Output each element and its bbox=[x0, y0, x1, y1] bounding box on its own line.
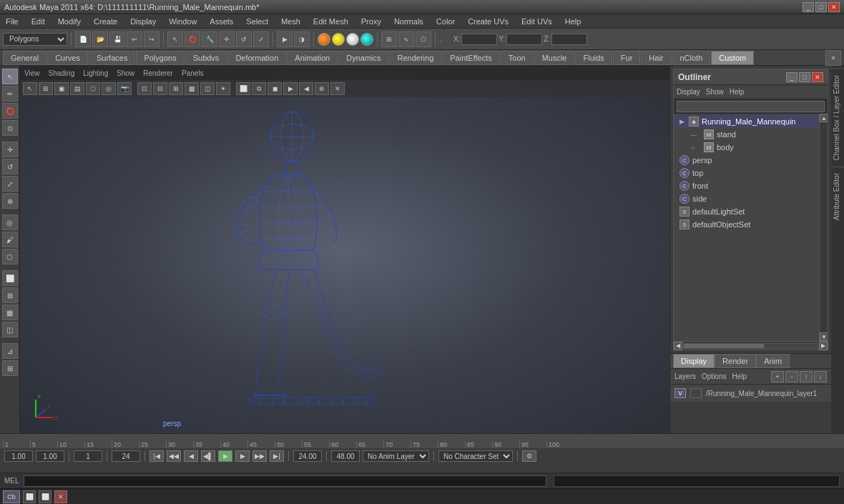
prev-frame-btn[interactable]: ◀ bbox=[184, 450, 198, 462]
tab-render[interactable]: Render bbox=[715, 354, 756, 368]
mel-input[interactable] bbox=[24, 475, 546, 487]
maximize-button[interactable]: □ bbox=[815, 2, 827, 12]
menu-edit[interactable]: Edit bbox=[29, 16, 48, 27]
ipr-btn[interactable]: ◑ bbox=[294, 31, 310, 47]
menu-edit-uvs[interactable]: Edit UVs bbox=[519, 16, 555, 27]
rotate-tool-btn[interactable]: ↺ bbox=[2, 159, 18, 174]
play-back-btn[interactable]: ◀▌ bbox=[201, 450, 215, 462]
viewport[interactable]: View Shading Lighting Show Renderer Pane… bbox=[20, 66, 670, 433]
outliner-scrollbar[interactable]: ▲ ▼ bbox=[819, 114, 828, 341]
outliner-item-top[interactable]: C top bbox=[674, 167, 819, 179]
vp-tb-1[interactable]: ↖ bbox=[23, 82, 37, 95]
menu-window[interactable]: Window bbox=[166, 16, 200, 27]
tab-settings-btn[interactable]: ≡ bbox=[825, 50, 841, 66]
tab-general[interactable]: General bbox=[3, 51, 46, 65]
vp-lighting[interactable]: Lighting bbox=[83, 69, 108, 77]
next-key-btn[interactable]: ▶▶ bbox=[252, 450, 267, 462]
lasso-tool-btn[interactable]: ⭕ bbox=[2, 103, 18, 119]
tab-custom[interactable]: Custom bbox=[711, 51, 754, 65]
vp-tb-10[interactable]: ⊞ bbox=[169, 82, 183, 95]
menu-edit-mesh[interactable]: Edit Mesh bbox=[310, 16, 351, 27]
current-frame-field[interactable] bbox=[36, 450, 64, 462]
outliner-item-lightset[interactable]: S defaultLightSet bbox=[674, 205, 819, 218]
vp-renderer[interactable]: Renderer bbox=[143, 69, 173, 77]
soft-select-btn[interactable]: ◎ bbox=[2, 214, 18, 230]
open-btn[interactable]: 📂 bbox=[92, 31, 108, 47]
tab-fluids[interactable]: Fluids bbox=[575, 51, 612, 65]
display-btn-3[interactable]: ▦ bbox=[2, 305, 18, 320]
vp-panels[interactable]: Panels bbox=[182, 69, 204, 77]
mode-dropdown[interactable]: Polygons bbox=[3, 33, 67, 46]
menu-create[interactable]: Create bbox=[91, 16, 120, 27]
tab-painteffects[interactable]: PaintEffects bbox=[442, 51, 500, 65]
manip-tool-btn[interactable]: ⊕ bbox=[2, 193, 18, 209]
menu-display[interactable]: Display bbox=[127, 16, 159, 27]
display-btn-4[interactable]: ◫ bbox=[2, 322, 18, 337]
channel-box-tab[interactable]: Channel Box / Layer Editor bbox=[831, 69, 844, 167]
vp-tb-15[interactable]: ⧉ bbox=[252, 82, 266, 95]
brush-tool-btn[interactable]: ⊙ bbox=[2, 120, 18, 136]
tab-curves[interactable]: Curves bbox=[47, 51, 88, 65]
menu-help[interactable]: Help bbox=[562, 16, 584, 27]
outliner-item-side[interactable]: C side bbox=[674, 192, 819, 205]
tab-polygons[interactable]: Polygons bbox=[136, 51, 184, 65]
next-frame-btn[interactable]: ▶ bbox=[235, 450, 250, 462]
vp-tb-6[interactable]: ◎ bbox=[102, 82, 116, 95]
menu-create-uvs[interactable]: Create UVs bbox=[465, 16, 511, 27]
layer-del-btn[interactable]: - bbox=[785, 371, 798, 382]
start-frame-field[interactable] bbox=[4, 450, 33, 462]
light-btn-white[interactable] bbox=[346, 33, 359, 46]
outliner-item-mannequin[interactable]: ▶ ◈ Running_Male_Mannequin bbox=[674, 115, 819, 128]
options-menu[interactable]: Options bbox=[702, 372, 726, 380]
vp-view[interactable]: View bbox=[24, 69, 40, 77]
tab-anim[interactable]: Anim bbox=[756, 354, 790, 368]
layers-help-menu[interactable]: Help bbox=[732, 372, 747, 380]
scale-btn[interactable]: ⤢ bbox=[253, 31, 269, 47]
vp-tb-19[interactable]: ⊕ bbox=[315, 82, 329, 95]
anim-layer-dropdown[interactable]: No Anim Layer bbox=[363, 450, 429, 462]
vp-tb-7[interactable]: 📷 bbox=[117, 82, 132, 95]
light-btn-yellow[interactable] bbox=[332, 33, 345, 46]
layer-color[interactable] bbox=[690, 388, 702, 398]
go-end-btn[interactable]: ▶| bbox=[270, 450, 284, 462]
menu-normals[interactable]: Normals bbox=[391, 16, 426, 27]
light-btn-orange[interactable] bbox=[318, 33, 330, 46]
render-btn[interactable]: ▶ bbox=[277, 31, 293, 47]
vp-show[interactable]: Show bbox=[117, 69, 134, 77]
total-frames-field[interactable] bbox=[331, 450, 360, 462]
minimize-button[interactable]: _ bbox=[803, 2, 814, 12]
tab-toon[interactable]: Toon bbox=[501, 51, 534, 65]
save-btn[interactable]: 💾 bbox=[109, 31, 125, 47]
tab-hair[interactable]: Hair bbox=[641, 51, 671, 65]
go-start-btn[interactable]: |◀ bbox=[149, 450, 164, 462]
layer-new-btn[interactable]: + bbox=[771, 371, 784, 382]
outliner-item-stand[interactable]: — M stand bbox=[674, 128, 819, 141]
undo-btn[interactable]: ↩ bbox=[127, 31, 142, 47]
tab-subdvs[interactable]: Subdvs bbox=[185, 51, 227, 65]
snap-btn-2[interactable]: ⊞ bbox=[2, 360, 18, 376]
prev-key-btn[interactable]: ◀◀ bbox=[167, 450, 181, 462]
light-btn-teal[interactable] bbox=[360, 33, 373, 46]
char-set-dropdown[interactable]: No Character Set bbox=[438, 450, 513, 462]
paint-tool-btn[interactable]: ✏ bbox=[2, 86, 18, 102]
hscroll-track[interactable] bbox=[683, 343, 818, 349]
sculpt-btn[interactable]: 🖌 bbox=[2, 232, 18, 247]
snap-grid-btn[interactable]: ⊞ bbox=[381, 31, 397, 47]
outliner-item-body[interactable]: ○ M body bbox=[674, 141, 819, 154]
taskbar-close-btn[interactable]: ✕ bbox=[54, 490, 67, 503]
end-display-field[interactable] bbox=[112, 450, 140, 462]
vp-tb-12[interactable]: ◫ bbox=[200, 82, 215, 95]
select-btn[interactable]: ↖ bbox=[167, 31, 183, 47]
vp-tb-14[interactable]: ⬜ bbox=[236, 82, 250, 95]
tab-fur[interactable]: Fur bbox=[613, 51, 641, 65]
outliner-item-objectset[interactable]: S defaultObjectSet bbox=[674, 218, 819, 231]
play-fwd-btn[interactable]: ▶ bbox=[218, 450, 232, 462]
tab-animation[interactable]: Animation bbox=[287, 51, 338, 65]
tab-muscle[interactable]: Muscle bbox=[534, 51, 575, 65]
vp-shading[interactable]: Shading bbox=[49, 69, 75, 77]
menu-select[interactable]: Select bbox=[243, 16, 271, 27]
hscroll-thumb[interactable] bbox=[684, 344, 764, 348]
tab-display[interactable]: Display bbox=[673, 354, 715, 368]
outliner-minimize[interactable]: _ bbox=[786, 72, 798, 82]
out-menu-help[interactable]: Help bbox=[730, 88, 745, 96]
